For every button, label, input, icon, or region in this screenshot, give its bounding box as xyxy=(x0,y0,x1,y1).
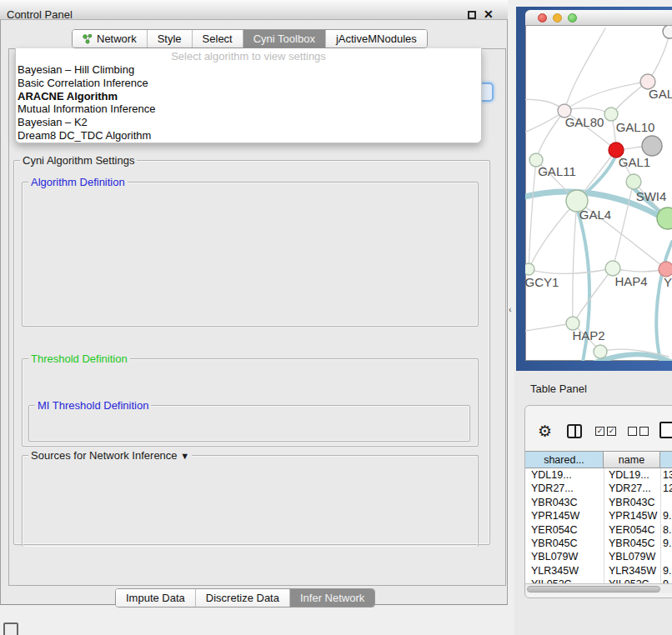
group-title: Algorithm Definition xyxy=(28,176,128,188)
cell-shared-name: YDL19... xyxy=(531,469,572,481)
cell-name: YPR145W xyxy=(609,510,657,522)
collapse-triangle-icon[interactable]: ▼ xyxy=(180,451,189,461)
close-icon[interactable]: ✕ xyxy=(484,8,494,21)
node-label: GAL1 xyxy=(619,155,650,169)
sources-title: Sources for Network Inference xyxy=(31,449,178,462)
tab-network[interactable]: Network xyxy=(73,30,148,48)
tab-jactivemnodules[interactable]: jActiveMNodules xyxy=(326,30,427,48)
cell-name: YBL079W xyxy=(609,551,655,562)
algorithm-option[interactable]: Mutual Information Inference xyxy=(16,102,481,116)
table-horizontal-scrollbar[interactable] xyxy=(525,583,672,593)
cell-name: YDR27... xyxy=(609,482,651,494)
column-divider xyxy=(604,468,604,583)
split-view-divider xyxy=(574,426,576,437)
control-panel-tabbar: NetworkStyleSelectCyni ToolboxjActiveMNo… xyxy=(72,29,428,48)
table-row[interactable]: YDL19...YDL19...13 xyxy=(525,468,672,482)
network-edge xyxy=(529,268,613,273)
group-title: Threshold Definition xyxy=(28,352,130,365)
node-label: HAP2 xyxy=(572,328,604,342)
cell-value: 13 xyxy=(663,469,672,481)
float-window-icon[interactable] xyxy=(468,11,476,19)
cell-value: 8. xyxy=(663,524,671,536)
table-row[interactable]: YBR043CYBR043C xyxy=(525,496,672,509)
tab-select[interactable]: Select xyxy=(193,30,243,48)
algorithm-option[interactable]: Bayesian – Hill Climbing xyxy=(16,63,481,77)
column-header-shared...[interactable]: shared... xyxy=(525,451,604,468)
algorithm-option[interactable]: Basic Correlation Inference xyxy=(16,77,481,90)
column-header-name[interactable]: name xyxy=(604,451,660,468)
cell-shared-name: YER054C xyxy=(531,524,578,536)
group-title: MI Threshold Definition xyxy=(35,399,151,412)
tab-label: Cyni Toolbox xyxy=(253,32,315,45)
network-node[interactable] xyxy=(525,263,534,275)
select-all-checked-icon[interactable]: ✓ xyxy=(595,427,604,436)
algorithm-option[interactable]: Bayesian – K2 xyxy=(16,116,481,129)
minimize-traffic-light-icon[interactable] xyxy=(553,13,562,22)
scrollbar-thumb[interactable] xyxy=(527,586,660,592)
close-traffic-light-icon[interactable] xyxy=(538,13,547,22)
node-label: HAP4 xyxy=(614,274,647,288)
node-label: SWI4 xyxy=(636,189,667,203)
table-row[interactable]: YLR345WYLR345W9. xyxy=(525,564,672,578)
network-node[interactable] xyxy=(642,136,662,156)
table-row[interactable]: YDR27...YDR27...12 xyxy=(525,482,672,495)
tab-label: Network xyxy=(97,32,137,45)
cell-name: YBR045C xyxy=(609,538,655,549)
tab-style[interactable]: Style xyxy=(148,30,193,48)
network-edge xyxy=(536,111,564,160)
network-icon xyxy=(83,34,93,44)
cell-value: 9. xyxy=(663,565,671,577)
network-node[interactable] xyxy=(594,345,607,358)
node-label: GAL80 xyxy=(565,115,604,129)
split-view-icon[interactable] xyxy=(567,424,582,438)
table-row[interactable]: YBL079WYBL079W xyxy=(525,550,672,563)
tab-label: jActiveMNodules xyxy=(336,32,417,45)
control-panel-title: Control Panel xyxy=(7,8,73,21)
algorithm-option[interactable]: ARACNE Algorithm xyxy=(16,90,481,103)
group-title: Sources for Network Inference ▼ xyxy=(28,449,192,462)
cell-shared-name: YLR345W xyxy=(531,565,579,577)
cell-shared-name: YDR27... xyxy=(531,482,574,494)
network-node[interactable] xyxy=(626,174,641,189)
bottom-tabbar: Impute DataDiscretize DataInfer Network xyxy=(115,588,375,608)
network-canvas[interactable]: GALGAL80GAL10GAL1GAL11SWI4GAL4GCY1HAP4YH… xyxy=(525,26,672,361)
algorithm-option[interactable]: Dream8 DC_TDC Algorithm xyxy=(16,129,481,142)
node-label: GCY1 xyxy=(525,275,559,289)
network-edge xyxy=(529,201,577,269)
tab-infer-network[interactable]: Infer Network xyxy=(290,589,374,607)
divider-collapse-icon[interactable]: ‹ xyxy=(509,304,512,314)
node-label: GAL11 xyxy=(538,164,576,178)
gear-icon[interactable]: ⚙ xyxy=(538,422,552,441)
network-window-titlebar[interactable] xyxy=(525,10,672,26)
select-none-unchecked-icon[interactable] xyxy=(639,427,649,436)
network-node[interactable] xyxy=(663,26,672,38)
control-panel-titlebar[interactable] xyxy=(0,0,508,20)
select-all-checked-icon[interactable]: ✓ xyxy=(607,427,616,436)
algorithm-dropdown-list: Select algorithm to view settings Bayesi… xyxy=(15,48,482,143)
cell-shared-name: YBL079W xyxy=(531,551,578,562)
dropdown-items: Bayesian – Hill ClimbingBasic Correlatio… xyxy=(16,63,481,142)
node-label: GAL xyxy=(649,87,672,101)
network-edge xyxy=(613,182,634,268)
table-row[interactable]: YPR145WYPR145W9. xyxy=(525,509,672,522)
column-header-A[interactable]: A xyxy=(660,451,672,468)
select-none-unchecked-icon[interactable] xyxy=(628,427,637,436)
zoom-traffic-light-icon[interactable] xyxy=(568,13,577,22)
network-node[interactable] xyxy=(604,108,618,121)
tab-discretize-data[interactable]: Discretize Data xyxy=(196,589,290,607)
column-divider xyxy=(660,468,661,583)
network-edge xyxy=(656,242,672,361)
page-icon[interactable] xyxy=(659,422,672,438)
node-label: Y xyxy=(664,275,672,289)
tab-cyni-toolbox[interactable]: Cyni Toolbox xyxy=(243,30,326,48)
table-panel-title: Table Panel xyxy=(530,382,587,395)
network-edge xyxy=(529,160,536,269)
node-label: GAL10 xyxy=(616,120,655,134)
table-row[interactable]: YER054CYER054C8. xyxy=(525,523,672,537)
tab-impute-data[interactable]: Impute Data xyxy=(116,589,196,607)
minimized-window-icon[interactable] xyxy=(3,622,18,635)
tab-label: Style xyxy=(158,32,182,45)
cell-name: YLR345W xyxy=(609,565,656,577)
table-row[interactable]: YBR045CYBR045C9. xyxy=(525,537,672,550)
sources-group: Sources for Network Inference ▼ xyxy=(22,455,479,547)
